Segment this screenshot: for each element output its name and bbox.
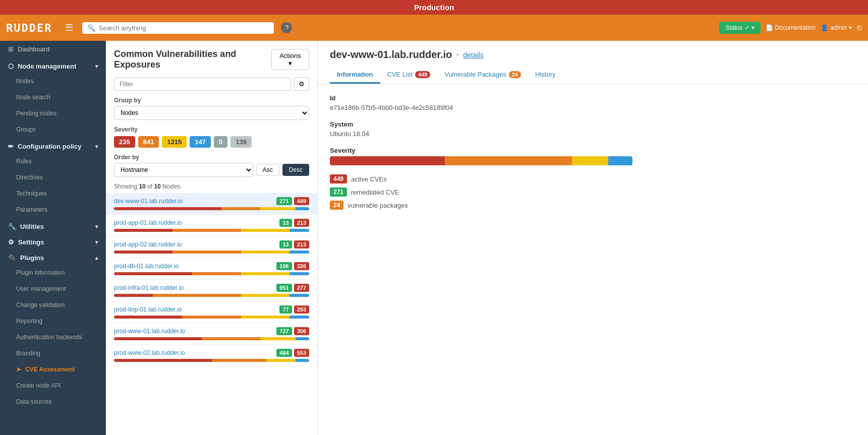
documentation-button[interactable]: 📄 Documentation bbox=[766, 24, 816, 31]
severity-label: Severity bbox=[330, 147, 856, 154]
node-badges: 106 326 bbox=[276, 262, 309, 270]
node-item[interactable]: prod-infra-01.lab.rudder.io 951 277 bbox=[106, 280, 317, 301]
sidebar-item-settings[interactable]: ⚙ Settings ▾ bbox=[0, 233, 106, 249]
dashboard-icon: ⊞ bbox=[8, 45, 14, 53]
sidebar-item-cve-assessment[interactable]: ➤ CVE Assessment bbox=[0, 361, 106, 378]
node-item[interactable]: prod-app-02.lab.rudder.io 13 213 bbox=[106, 236, 317, 258]
sidebar-item-groups[interactable]: Groups bbox=[0, 121, 106, 138]
remediated-cve-stat: 271 remediated CVE bbox=[330, 188, 856, 197]
sidebar-item-pending-nodes[interactable]: Pending nodes bbox=[0, 105, 106, 121]
severity-critical-bar bbox=[330, 156, 445, 165]
severity-high-badge[interactable]: 841 bbox=[138, 136, 159, 148]
order-by-select[interactable]: Hostname CVE Count Severity bbox=[114, 163, 253, 177]
sidebar-item-create-node-api[interactable]: Create node API bbox=[0, 378, 106, 394]
sidebar-item-branding[interactable]: Branding bbox=[0, 345, 106, 361]
id-value: e71e186b-57b5-4bb0-bd3e-4e2c58189f04 bbox=[330, 104, 856, 111]
sidebar-item-utilities[interactable]: 🔧 Utilities ▾ bbox=[0, 218, 106, 233]
logo: RUDDER bbox=[6, 22, 52, 34]
sidebar-item-node-management[interactable]: ⬡ Node management ▾ bbox=[0, 57, 106, 73]
severity-bar bbox=[114, 359, 309, 362]
content-area: Common Vulnerabilities and Exposures Act… bbox=[106, 41, 868, 435]
sidebar-item-plugins[interactable]: 🔌 Plugins ▴ bbox=[0, 249, 106, 265]
group-by-label: Group by bbox=[114, 97, 309, 104]
order-section: Order by Hostname CVE Count Severity Asc… bbox=[106, 151, 317, 180]
node-item[interactable]: prod-db-01.lab.rudder.io 106 326 bbox=[106, 258, 317, 280]
remediated-badge: 13 bbox=[279, 240, 292, 248]
sidebar-item-reporting[interactable]: Reporting bbox=[0, 313, 106, 329]
remediated-badge: 484 bbox=[276, 349, 292, 357]
actions-button[interactable]: Actions ▾ bbox=[271, 49, 309, 70]
sidebar-item-configuration-policy[interactable]: ✏ Configuration policy ▾ bbox=[0, 138, 106, 153]
id-section: Id e71e186b-57b5-4bb0-bd3e-4e2c58189f04 bbox=[330, 94, 856, 111]
main-layout: ⊞ Dashboard ⬡ Node management ▾ Nodes No… bbox=[0, 41, 868, 435]
severity-bar bbox=[114, 272, 309, 275]
filter-input[interactable] bbox=[114, 78, 291, 91]
sidebar-item-node-search[interactable]: Node search bbox=[0, 89, 106, 105]
status-button[interactable]: Status ✓ ▾ bbox=[719, 22, 760, 34]
details-link[interactable]: details bbox=[463, 51, 483, 59]
detail-panel: dev-www-01.lab.rudder.io - details Infor… bbox=[318, 41, 868, 435]
chevron-down-icon: ▾ bbox=[95, 144, 98, 149]
node-hostname: prod-db-01.lab.rudder.io bbox=[114, 263, 179, 270]
hamburger-button[interactable]: ☰ bbox=[61, 20, 77, 35]
system-value: Ubuntu 18.04 bbox=[330, 130, 856, 138]
sidebar-item-plugin-information[interactable]: Plugin information bbox=[0, 265, 106, 281]
severity-medium-badge[interactable]: 1215 bbox=[162, 136, 187, 148]
tab-information[interactable]: Information bbox=[330, 67, 380, 84]
cve-title: Common Vulnerabilities and Exposures bbox=[114, 49, 271, 70]
sidebar-item-change-validation[interactable]: Change validation bbox=[0, 297, 106, 313]
sidebar-item-directives[interactable]: Directives bbox=[0, 169, 106, 185]
user-menu-button[interactable]: 👤 admin ▾ bbox=[821, 24, 852, 31]
asc-button[interactable]: Asc bbox=[256, 164, 279, 176]
severity-label: Severity bbox=[114, 126, 309, 133]
sidebar-item-dashboard[interactable]: ⊞ Dashboard bbox=[0, 41, 106, 57]
node-hostname: prod-app-01.lab.rudder.io bbox=[114, 219, 182, 226]
sidebar-item-authentication-backends[interactable]: Authentication backends bbox=[0, 329, 106, 345]
node-name-row: prod-app-01.lab.rudder.io 13 213 bbox=[114, 219, 309, 227]
node-item[interactable]: prod-www-01.lab.rudder.io 727 306 bbox=[106, 323, 317, 345]
node-item[interactable]: prod-app-01.lab.rudder.io 13 213 bbox=[106, 215, 317, 236]
node-list: dev-www-01.lab.rudder.io 271 449 bbox=[106, 193, 317, 435]
severity-unknown-badge[interactable]: 139 bbox=[230, 136, 252, 148]
node-item[interactable]: prod-www-02.lab.rudder.io 484 553 bbox=[106, 345, 317, 366]
header-right: Status ✓ ▾ 📄 Documentation 👤 admin ▾ ⎋ bbox=[719, 22, 862, 34]
search-input[interactable] bbox=[98, 24, 269, 32]
severity-none-badge[interactable]: 0 bbox=[214, 136, 227, 148]
system-section: System Ubuntu 18.04 bbox=[330, 120, 856, 138]
detail-content: Id e71e186b-57b5-4bb0-bd3e-4e2c58189f04 … bbox=[318, 84, 868, 435]
node-item[interactable]: prod-itop-01.lab.rudder.io 77 293 bbox=[106, 301, 317, 323]
vulnerable-packages-stat: 24 vulnerable packages bbox=[330, 201, 856, 210]
search-help-button[interactable]: ? bbox=[281, 22, 292, 33]
logout-button[interactable]: ⎋ bbox=[857, 23, 862, 32]
filter-settings-button[interactable]: ⚙ bbox=[294, 77, 309, 91]
node-hostname: prod-app-02.lab.rudder.io bbox=[114, 241, 182, 248]
severity-bar-large bbox=[330, 156, 632, 165]
sidebar-item-parameters[interactable]: Parameters bbox=[0, 202, 106, 218]
tab-cve-list[interactable]: CVE List 449 bbox=[380, 67, 438, 84]
active-cves-badge: 449 bbox=[330, 174, 347, 183]
desc-button[interactable]: Desc bbox=[282, 164, 309, 176]
node-name-row: prod-app-02.lab.rudder.io 13 213 bbox=[114, 240, 309, 248]
active-cve-badge: 213 bbox=[294, 219, 309, 227]
remediated-cve-badge: 271 bbox=[330, 188, 347, 197]
id-label: Id bbox=[330, 94, 856, 102]
sidebar-item-user-management[interactable]: User management bbox=[0, 281, 106, 297]
severity-bar bbox=[114, 251, 309, 254]
node-item[interactable]: dev-www-01.lab.rudder.io 271 449 bbox=[106, 193, 317, 215]
active-cve-badge: 326 bbox=[294, 262, 309, 270]
severity-low-badge[interactable]: 147 bbox=[190, 136, 211, 148]
tab-history[interactable]: History bbox=[528, 67, 562, 84]
severity-critical-badge[interactable]: 235 bbox=[114, 136, 135, 148]
group-by-select[interactable]: Nodes CVE Package bbox=[114, 106, 309, 120]
sidebar-item-nodes[interactable]: Nodes bbox=[0, 73, 106, 89]
severity-bar bbox=[114, 229, 309, 232]
sidebar-item-data-sources[interactable]: Data sources bbox=[0, 394, 106, 410]
tab-vulnerable-packages[interactable]: Vulnerable Packages 24 bbox=[437, 67, 528, 84]
order-row: Hostname CVE Count Severity Asc Desc bbox=[114, 163, 309, 177]
sidebar-item-rules[interactable]: Rules bbox=[0, 153, 106, 169]
node-name-row: dev-www-01.lab.rudder.io 271 449 bbox=[114, 197, 309, 205]
sidebar-item-techniques[interactable]: Techniques bbox=[0, 185, 106, 202]
severity-bar bbox=[114, 316, 309, 319]
production-banner: Production bbox=[0, 0, 868, 15]
active-cves-text: active CVEs bbox=[351, 175, 387, 183]
